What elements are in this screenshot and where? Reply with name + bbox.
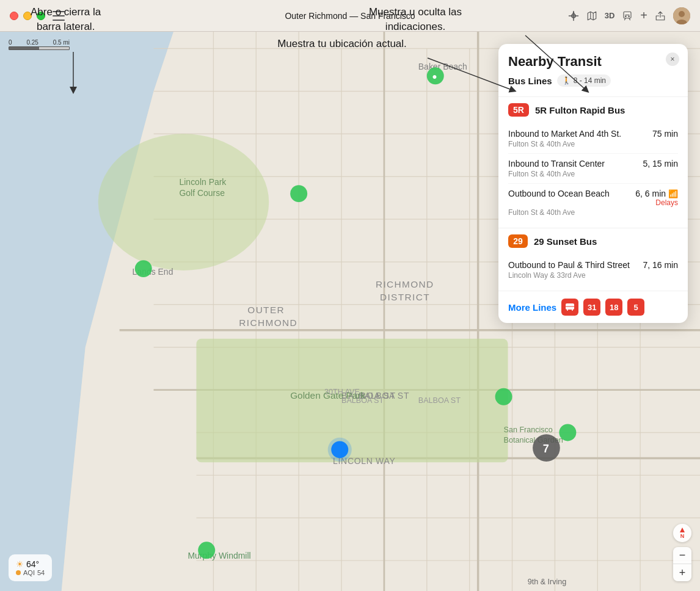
svg-text:San Francisco: San Francisco — [504, 426, 553, 434]
panel-title: Nearby Transit — [508, 54, 678, 70]
more-lines-label: More Lines — [508, 302, 556, 313]
route-stop-29-1: Lincoln Way & 33rd Ave — [508, 271, 678, 280]
map-button[interactable] — [586, 10, 597, 21]
svg-point-7 — [679, 11, 685, 17]
svg-text:Lincoln Park: Lincoln Park — [179, 177, 226, 187]
map-container[interactable]: Golden Gate Baker Beach Presidio Golf Co… — [0, 32, 700, 591]
svg-text:9th & Irving: 9th & Irving — [528, 578, 567, 586]
user-avatar[interactable] — [673, 7, 690, 24]
svg-point-4 — [625, 16, 627, 17]
svg-point-89 — [559, 424, 576, 441]
scale-label-05: 0.5 mi — [53, 39, 70, 46]
svg-text:DISTRICT: DISTRICT — [380, 292, 430, 302]
route-time-delay-3: 6, 6 min 📶 Delays — [635, 189, 678, 207]
svg-text:Murphy Windmill: Murphy Windmill — [188, 551, 250, 560]
svg-point-53 — [98, 134, 269, 270]
bus-icon-badge — [561, 299, 578, 316]
compass[interactable]: N — [673, 524, 691, 542]
minimize-button[interactable] — [23, 12, 32, 20]
transit-panel: × Nearby Transit Bus Lines 🚶 8 - 14 min … — [498, 44, 688, 323]
route-destination-1: Inbound to Market And 4th St. — [508, 129, 652, 139]
share-button[interactable] — [655, 10, 666, 21]
three-d-button[interactable]: 3D — [605, 11, 615, 20]
route-stop-2: Fulton St & 40th Ave — [508, 170, 678, 178]
map-scale: 0 0.25 0.5 mi — [9, 39, 70, 50]
delay-text-3: Delays — [655, 198, 678, 207]
walk-time: 8 - 14 min — [574, 76, 606, 85]
svg-rect-97 — [572, 310, 573, 311]
sidebar-toggle-button[interactable] — [53, 11, 65, 21]
aqi-label: AQI — [23, 569, 35, 576]
transit-button[interactable] — [622, 10, 633, 21]
svg-text:●: ● — [432, 71, 437, 81]
map-controls: N − + — [673, 524, 691, 581]
route-time-1: 75 min — [652, 129, 678, 139]
compass-arrow-icon — [680, 528, 685, 532]
route-5r-name: 5R Fulton Rapid Bus — [535, 105, 625, 115]
route-stop-1: Fulton St & 40th Ave — [508, 140, 678, 148]
svg-point-87 — [290, 185, 307, 202]
add-button[interactable]: + — [640, 9, 647, 23]
route-stop-3: Fulton St & 40th Ave — [508, 208, 678, 217]
route-entry-2[interactable]: Inbound to Transit Center 5, 15 min Fult… — [508, 154, 678, 184]
aqi-value: 54 — [37, 569, 45, 576]
route-entry-29-1[interactable]: Outbound to Paul & Third Street 7, 16 mi… — [508, 255, 678, 285]
svg-point-5 — [629, 16, 630, 17]
panel-subtitle: Bus Lines — [508, 76, 552, 86]
route-29-name: 29 Sunset Bus — [534, 236, 597, 247]
svg-text:Baker Beach: Baker Beach — [418, 62, 467, 71]
route-destination-3: Outbound to Ocean Beach — [508, 189, 635, 198]
weather-aqi: AQI 54 — [16, 569, 45, 576]
route-5r-header: 5R 5R Fulton Rapid Bus — [508, 103, 678, 117]
scale-label-025: 0.25 — [26, 39, 38, 46]
route-destination-29-1: Outbound to Paul & Third Street — [508, 260, 643, 270]
titlebar: Outer Richmond — San Francisco 3D + — [0, 0, 700, 32]
more-lines-row[interactable]: More Lines 31 18 5 — [498, 291, 688, 323]
more-line-5-badge[interactable]: 5 — [627, 299, 644, 316]
route-5r-section: 5R 5R Fulton Rapid Bus Inbound to Market… — [498, 97, 688, 228]
route-29-header: 29 29 Sunset Bus — [508, 234, 678, 248]
route-entry-3[interactable]: Outbound to Ocean Beach 6, 6 min 📶 Delay… — [508, 184, 678, 222]
route-5r-badge: 5R — [508, 103, 529, 117]
route-29-badge: 29 — [508, 234, 528, 248]
maximize-button[interactable] — [37, 12, 45, 20]
svg-text:7: 7 — [543, 443, 549, 455]
svg-text:Golden Gate Park: Golden Gate Park — [290, 390, 365, 401]
route-29-section: 29 29 Sunset Bus Outbound to Paul & Thir… — [498, 228, 688, 291]
panel-header: × Nearby Transit Bus Lines 🚶 8 - 14 min — [498, 44, 688, 96]
svg-point-86 — [135, 260, 152, 277]
svg-point-92 — [328, 438, 352, 462]
svg-text:RICHMOND: RICHMOND — [376, 279, 434, 289]
more-line-31-badge[interactable]: 31 — [583, 299, 600, 316]
route-destination-2: Inbound to Transit Center — [508, 159, 643, 169]
location-button[interactable] — [568, 10, 579, 21]
panel-close-button[interactable]: × — [666, 53, 679, 66]
walk-time-badge: 🚶 8 - 14 min — [557, 74, 611, 87]
route-time-3: 6, 6 min 📶 — [635, 189, 678, 198]
svg-point-88 — [495, 388, 512, 405]
weather-widget: ☀ 64° AQI 54 — [9, 554, 52, 581]
svg-point-90 — [198, 542, 215, 559]
walking-icon: 🚶 — [562, 76, 571, 85]
route-time-2: 5, 15 min — [643, 159, 678, 169]
route-entry-1[interactable]: Inbound to Market And 4th St. 75 min Ful… — [508, 124, 678, 154]
sun-icon: ☀ — [16, 559, 24, 569]
svg-text:Golf Course: Golf Course — [179, 188, 225, 198]
aqi-dot-icon — [16, 570, 21, 575]
svg-text:BALBOA ST: BALBOA ST — [418, 396, 461, 405]
close-button[interactable] — [10, 12, 18, 20]
panel-subtitle-row: Bus Lines 🚶 8 - 14 min — [508, 74, 678, 87]
svg-rect-96 — [567, 310, 568, 311]
zoom-in-button[interactable]: + — [673, 564, 691, 581]
more-line-18-badge[interactable]: 18 — [605, 299, 622, 316]
zoom-controls: − + — [673, 547, 691, 581]
route-time-29-1: 7, 16 min — [643, 260, 678, 270]
scale-bar — [9, 46, 70, 50]
traffic-lights — [10, 12, 45, 20]
weather-temperature: ☀ 64° — [16, 559, 45, 569]
zoom-out-button[interactable]: − — [673, 547, 691, 564]
scale-label-0: 0 — [9, 39, 12, 46]
compass-north-label: N — [680, 533, 685, 539]
window-title: Outer Richmond — San Francisco — [285, 11, 415, 21]
svg-text:OUTER: OUTER — [247, 305, 285, 315]
